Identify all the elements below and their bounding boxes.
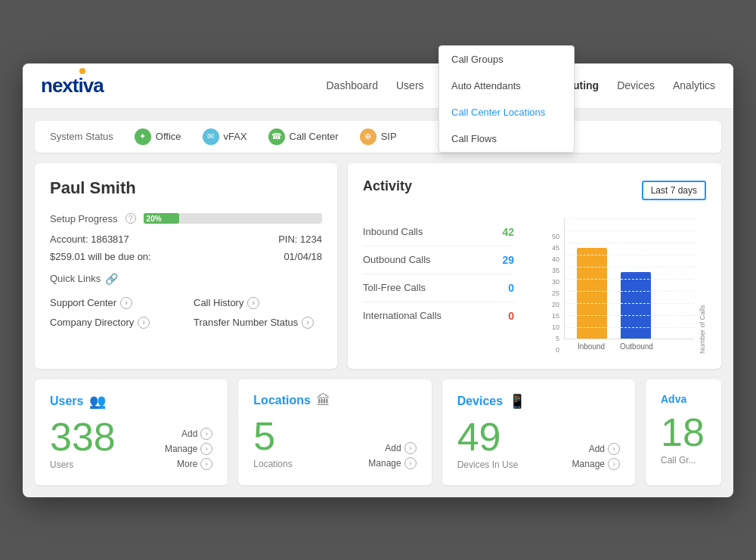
inbound-bar-label: Inbound — [576, 342, 606, 351]
inbound-bar-group — [577, 248, 607, 339]
setup-label: Setup Progress — [50, 213, 118, 224]
user-card: Paul Smith Setup Progress ? 20% Account:… — [35, 163, 337, 369]
users-add-icon[interactable]: › — [200, 428, 212, 440]
dropdown-call-groups[interactable]: Call Groups — [439, 63, 574, 73]
activity-title: Activity — [363, 178, 412, 194]
advanced-card-header: Adva — [661, 393, 706, 405]
account-label: Account: 1863817 — [50, 234, 129, 245]
dropdown-call-flows[interactable]: Call Flows — [439, 125, 574, 152]
advanced-sublabel: Call Gr... — [661, 455, 705, 466]
status-office[interactable]: ✦ Office — [135, 128, 181, 145]
locations-manage[interactable]: Manage › — [368, 457, 416, 469]
outbound-calls-label: Outbound Calls — [363, 254, 431, 265]
main-row: Paul Smith Setup Progress ? 20% Account:… — [35, 163, 721, 369]
users-more[interactable]: More › — [165, 458, 212, 470]
billing-row: $259.01 will be due on: 01/04/18 — [50, 251, 322, 262]
status-call-center[interactable]: ☎ Call Center — [268, 128, 339, 145]
pin-label: PIN: 1234 — [278, 234, 322, 245]
users-sublabel: Users — [50, 459, 116, 470]
advanced-card-body: 18 Call Gr... — [661, 413, 706, 466]
status-bar-label: System Status — [50, 131, 113, 142]
advanced-card-title: Adva — [661, 393, 686, 405]
international-calls-value: 0 — [508, 310, 514, 322]
devices-actions: Add › Manage › — [572, 443, 620, 470]
call-history-icon: › — [247, 297, 259, 309]
vfax-icon: ✉ — [203, 128, 219, 145]
link-company-directory[interactable]: Company Directory › — [50, 317, 178, 329]
locations-sublabel: Locations — [253, 459, 292, 469]
activity-body: Inbound Calls 42 Outbound Calls 29 Toll-… — [363, 218, 706, 354]
y-axis-label: Number of Calls — [699, 233, 706, 354]
inbound-bar — [577, 248, 607, 339]
nav-dashboard[interactable]: Dashboard — [327, 79, 379, 91]
inbound-calls-label: Inbound Calls — [363, 226, 423, 237]
devices-add[interactable]: Add › — [572, 443, 620, 455]
logo[interactable]: nextiva — [41, 74, 104, 97]
tollfree-calls-value: 0 — [508, 282, 514, 294]
call-center-icon: ☎ — [268, 128, 285, 145]
devices-manage[interactable]: Manage › — [572, 458, 620, 470]
users-card: Users 👥 338 Users Add › Manage — [35, 379, 228, 485]
sip-icon: ⊕ — [360, 128, 376, 145]
users-card-icon: 👥 — [89, 393, 106, 410]
users-manage-icon[interactable]: › — [200, 443, 212, 455]
user-name: Paul Smith — [50, 178, 322, 198]
locations-manage-icon[interactable]: › — [404, 457, 417, 469]
progress-fill: 20% — [144, 213, 179, 224]
support-center-label: Support Center — [50, 297, 116, 308]
users-more-icon[interactable]: › — [200, 458, 212, 470]
devices-number: 49 — [457, 417, 519, 456]
billing-label: $259.01 will be due on: — [50, 251, 151, 262]
users-actions: Add › Manage › More › — [165, 428, 212, 470]
dropdown-auto-attendants[interactable]: Auto Attendants — [439, 73, 574, 99]
office-icon: ✦ — [135, 128, 151, 145]
date-filter[interactable]: Last 7 days — [642, 181, 706, 200]
quick-links[interactable]: Quick Links 🔗 — [50, 273, 322, 285]
progress-bar: 20% — [144, 213, 322, 224]
call-history-label: Call History — [194, 297, 243, 308]
devices-manage-icon[interactable]: › — [608, 458, 620, 470]
status-sip[interactable]: ⊕ SIP — [360, 128, 397, 145]
status-vfax[interactable]: ✉ vFAX — [203, 128, 247, 145]
devices-card-title: Devices — [457, 394, 503, 408]
link-support-center[interactable]: Support Center › — [50, 297, 178, 309]
devices-add-icon[interactable]: › — [608, 443, 620, 455]
links-grid: Support Center › Call History › Company … — [50, 297, 322, 329]
activity-list: Inbound Calls 42 Outbound Calls 29 Toll-… — [363, 218, 514, 354]
sip-label: SIP — [381, 131, 397, 142]
support-center-icon: › — [120, 297, 132, 309]
nav-devices[interactable]: Devices — [617, 79, 655, 91]
inbound-calls-value: 42 — [502, 226, 514, 238]
tollfree-calls-label: Toll-Free Calls — [363, 282, 426, 293]
locations-card-header: Locations 🏛 — [253, 393, 416, 409]
international-calls-row: International Calls 0 — [363, 302, 514, 330]
locations-card-title: Locations — [253, 394, 311, 407]
users-manage[interactable]: Manage › — [165, 443, 212, 455]
users-card-header: Users 👥 — [50, 393, 212, 410]
setup-progress-row: Setup Progress ? 20% — [50, 213, 322, 224]
users-card-title: Users — [50, 394, 83, 408]
devices-card: Devices 📱 49 Devices In Use Add › — [442, 379, 635, 485]
dropdown-call-center-locations[interactable]: Call Center Locations — [439, 99, 574, 125]
transfer-number-label: Transfer Number Status — [194, 317, 298, 328]
outbound-bar-group — [621, 272, 651, 339]
navbar: nextiva Dashboard Users Locations Advanc… — [23, 63, 733, 109]
quick-links-label: Quick Links — [50, 273, 101, 284]
main-content: System Status ✦ Office ✉ vFAX ☎ Call Cen… — [23, 109, 733, 497]
vfax-label: vFAX — [224, 131, 247, 142]
setup-help-icon[interactable]: ? — [125, 213, 136, 224]
users-add[interactable]: Add › — [165, 428, 212, 440]
users-card-body: 338 Users Add › Manage › More — [50, 417, 212, 470]
nav-analytics[interactable]: Analytics — [673, 79, 715, 91]
link-transfer-number[interactable]: Transfer Number Status › — [194, 317, 322, 329]
system-status-bar: System Status ✦ Office ✉ vFAX ☎ Call Cen… — [35, 121, 721, 153]
locations-actions: Add › Manage › — [368, 442, 416, 469]
outbound-calls-value: 29 — [502, 254, 514, 266]
nav-users[interactable]: Users — [396, 79, 424, 91]
locations-add-icon[interactable]: › — [404, 442, 417, 454]
locations-add[interactable]: Add › — [368, 442, 416, 454]
account-row: Account: 1863817 PIN: 1234 — [50, 234, 322, 245]
link-call-history[interactable]: Call History › — [194, 297, 322, 309]
company-directory-icon: › — [138, 317, 150, 329]
devices-card-body: 49 Devices In Use Add › Manage › — [457, 417, 620, 470]
